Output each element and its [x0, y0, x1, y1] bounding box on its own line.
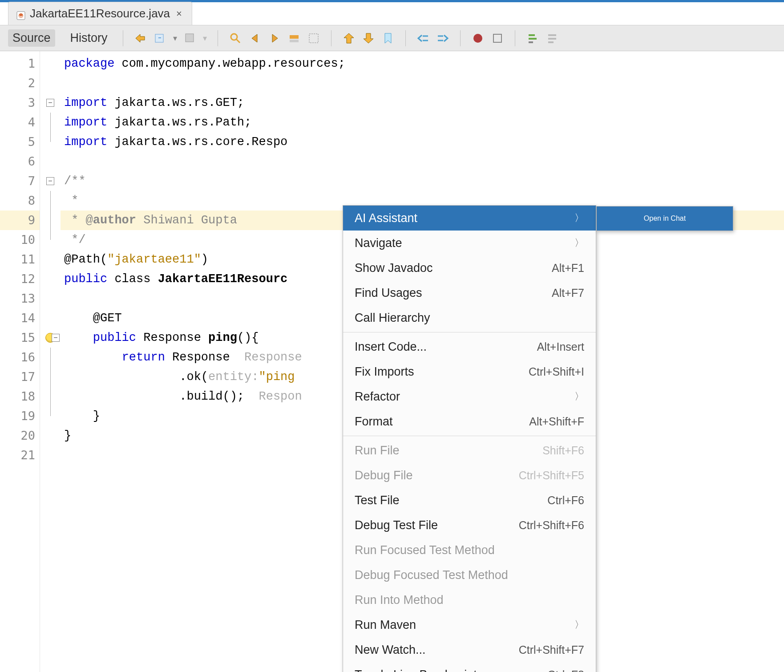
- menu-item-test-file[interactable]: Test File Ctrl+F6: [343, 488, 596, 513]
- menu-item-format[interactable]: Format Alt+Shift+F: [343, 409, 596, 434]
- toolbar-icon-group-5: [471, 32, 504, 45]
- line-number: 4: [0, 113, 40, 132]
- toolbar-separator: [123, 30, 123, 46]
- menu-item-new-watch[interactable]: New Watch... Ctrl+Shift+F7: [343, 637, 596, 662]
- code-token: import: [64, 135, 107, 149]
- code-token: .ok(: [179, 370, 208, 384]
- next-bookmark-icon[interactable]: [362, 32, 375, 45]
- menu-item-fix-imports[interactable]: Fix Imports Ctrl+Shift+I: [343, 359, 596, 384]
- menu-item-show-javadoc[interactable]: Show Javadoc Alt+F1: [343, 255, 596, 280]
- code-token: return: [122, 351, 165, 364]
- history-view-button[interactable]: History: [66, 29, 112, 47]
- svg-point-13: [473, 34, 482, 43]
- line-number: 2: [0, 73, 40, 93]
- code-token: @GET: [93, 312, 122, 325]
- code-token: .build();: [179, 390, 251, 403]
- selection-icon[interactable]: [183, 32, 197, 45]
- menu-item-run-into: Run Into Method: [343, 587, 596, 612]
- menu-item-debug-test-file[interactable]: Debug Test File Ctrl+Shift+F6: [343, 513, 596, 538]
- inline-hint: Respon: [251, 390, 302, 403]
- toolbar-separator: [515, 30, 515, 46]
- svg-line-5: [236, 39, 240, 43]
- code-token: /**: [64, 174, 86, 188]
- source-view-button[interactable]: Source: [8, 29, 55, 47]
- uncomment-icon[interactable]: [546, 32, 559, 45]
- menu-item-run-maven[interactable]: Run Maven 〉: [343, 612, 596, 637]
- fold-toggle-icon[interactable]: −: [52, 334, 60, 342]
- menu-item-call-hierarchy[interactable]: Call Hierarchy: [343, 305, 596, 330]
- svg-rect-6: [290, 35, 299, 39]
- line-number: 19: [0, 406, 40, 426]
- chevron-right-icon: 〉: [574, 211, 584, 225]
- menu-shortcut: Ctrl+Shift+F6: [519, 519, 584, 532]
- menu-item-insert-code[interactable]: Insert Code... Alt+Insert: [343, 334, 596, 359]
- menu-item-run-focused: Run Focused Test Method: [343, 538, 596, 563]
- code-token: * @: [64, 214, 93, 227]
- highlight-icon[interactable]: [287, 32, 301, 45]
- menu-item-label: Debug File: [355, 469, 413, 482]
- code-token: public: [93, 331, 136, 344]
- code-token: import: [64, 96, 107, 109]
- code-token: jakarta.ws.rs.Path;: [107, 116, 251, 129]
- fold-toggle-icon[interactable]: −: [46, 177, 54, 185]
- shift-left-icon[interactable]: [416, 32, 430, 45]
- menu-shortcut: Alt+F7: [552, 287, 584, 300]
- svg-rect-8: [309, 34, 318, 43]
- svg-rect-3: [186, 34, 194, 42]
- editor-tab[interactable]: JakartaEE11Resource.java ×: [8, 2, 192, 25]
- macro-stop-icon[interactable]: [491, 32, 504, 45]
- menu-shortcut: Alt+F1: [552, 262, 584, 275]
- menu-item-find-usages[interactable]: Find Usages Alt+F7: [343, 280, 596, 305]
- code-token: "ping: [259, 370, 295, 384]
- forward-edit-icon[interactable]: [154, 32, 167, 45]
- code-token: *: [64, 194, 78, 207]
- comment-icon[interactable]: [526, 32, 539, 45]
- last-edit-icon[interactable]: [134, 32, 147, 45]
- line-number: 10: [0, 230, 40, 250]
- macro-record-icon[interactable]: [471, 32, 485, 45]
- menu-item-label: Run File: [355, 444, 400, 457]
- toggle-rect-icon[interactable]: [307, 32, 320, 45]
- submenu-item-open-in-chat[interactable]: Open in Chat: [597, 206, 733, 231]
- find-icon[interactable]: [229, 32, 242, 45]
- close-icon[interactable]: ×: [174, 8, 184, 20]
- menu-shortcut: Ctrl+F8: [547, 668, 584, 672]
- menu-shortcut: Alt+Insert: [537, 340, 584, 353]
- editor-toolbar: Source History ▾ ▾: [0, 25, 784, 51]
- menu-item-refactor[interactable]: Refactor 〉: [343, 384, 596, 409]
- menu-shortcut: Ctrl+Shift+F5: [519, 469, 584, 482]
- menu-item-toggle-breakpoint[interactable]: Toggle Line Breakpoint Ctrl+F8: [343, 662, 596, 672]
- code-editor[interactable]: 1 2 3 4 5 6 7 8 9 10 11 12 13 14 15 16 1…: [0, 51, 784, 672]
- code-token: }: [93, 409, 100, 423]
- code-token: Response: [136, 331, 208, 344]
- menu-item-label: Insert Code...: [355, 340, 427, 354]
- toolbar-icon-group-1: ▾ ▾: [134, 32, 207, 45]
- find-next-icon[interactable]: [268, 32, 281, 45]
- dropdown-caret-icon[interactable]: ▾: [173, 33, 177, 43]
- line-number: 1: [0, 54, 40, 73]
- java-file-icon: [16, 9, 25, 18]
- dropdown-caret-icon[interactable]: ▾: [203, 33, 207, 43]
- prev-bookmark-icon[interactable]: [342, 32, 356, 45]
- toolbar-icon-group-3: [342, 32, 395, 45]
- toolbar-icon-group-2: [229, 32, 320, 45]
- code-token: }: [64, 429, 71, 442]
- shift-right-icon[interactable]: [436, 32, 449, 45]
- toolbar-icon-group-4: [416, 32, 449, 45]
- editor-tab-filename: JakartaEE11Resource.java: [30, 7, 170, 20]
- menu-item-ai-assistant[interactable]: AI Assistant 〉: [343, 206, 596, 231]
- fold-toggle-icon[interactable]: −: [46, 99, 54, 107]
- menu-item-navigate[interactable]: Navigate 〉: [343, 231, 596, 255]
- menu-item-label: Open in Chat: [644, 215, 686, 223]
- toolbar-separator: [460, 30, 461, 46]
- menu-item-label: Run Into Method: [355, 593, 444, 607]
- menu-shortcut: Alt+Shift+F: [529, 415, 584, 428]
- line-number: 16: [0, 348, 40, 367]
- line-number: 5: [0, 132, 40, 152]
- code-token: public: [64, 272, 107, 286]
- find-prev-icon[interactable]: [248, 32, 262, 45]
- menu-shortcut: Ctrl+F6: [547, 494, 584, 507]
- toggle-bookmark-icon[interactable]: [381, 32, 395, 45]
- menu-item-label: Debug Test File: [355, 518, 438, 532]
- menu-item-label: AI Assistant: [355, 211, 417, 225]
